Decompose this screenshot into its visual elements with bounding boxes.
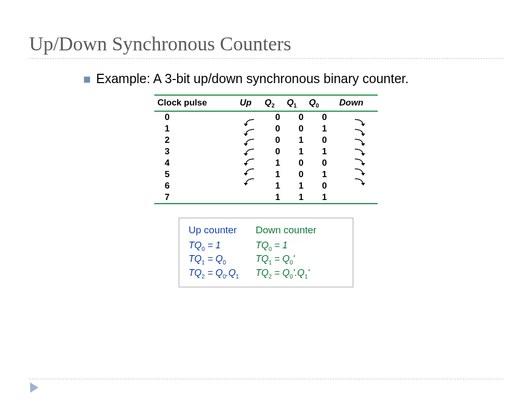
counter-table-grid: Clock pulse Up Q2 Q1 Q0 Down: [154, 96, 378, 111]
slide-title: Up/Down Synchronous Counters: [0, 0, 532, 55]
cell-q2: 1: [266, 169, 289, 180]
down-arrow-icon: [353, 138, 367, 147]
cell-q2: 0: [266, 135, 289, 146]
bullet-marker-icon: ◼: [83, 73, 91, 85]
up-eq-tq2: TQ2 = Q0.Q1: [189, 267, 239, 281]
table-header-row: Clock pulse Up Q2 Q1 Q0 Down: [154, 96, 378, 111]
table-bottom-rule: [154, 203, 378, 204]
header-q1: Q1: [281, 96, 303, 111]
equations-box: Up counter TQ0 = 1 TQ1 = Q0 TQ2 = Q0.Q1 …: [179, 218, 353, 287]
cell-up: [240, 192, 266, 203]
up-arrow-icon: [242, 128, 256, 137]
cell-q0: 1: [313, 192, 336, 203]
header-q2: Q2: [259, 96, 281, 111]
down-arrow-icon: [353, 178, 367, 187]
bullet-text: Example: A 3-bit up/down synchronous bin…: [96, 70, 409, 87]
cell-clockpulse: 2: [154, 135, 240, 146]
table-row: 5101: [154, 169, 378, 180]
down-arrows-column: [353, 118, 367, 187]
cell-q2: 0: [266, 146, 289, 157]
up-eq-tq1: TQ1 = Q0: [189, 252, 239, 267]
down-arrow-icon: [353, 158, 367, 167]
up-arrow-icon: [242, 168, 256, 177]
cell-q2: 0: [266, 123, 289, 135]
counter-table-body: 00001001201030114100510161107111: [154, 112, 378, 203]
up-eq-tq0: TQ0 = 1: [189, 239, 239, 253]
cell-q0: 0: [313, 135, 336, 146]
table-row: 3011: [154, 146, 378, 157]
up-arrows-column: [242, 118, 256, 187]
table-row: 6110: [154, 180, 378, 192]
cell-q0: 0: [313, 157, 336, 169]
table-row: 7111: [154, 192, 378, 203]
slide-marker-icon: [30, 382, 38, 393]
cell-q1: 0: [289, 112, 313, 123]
cell-q1: 1: [289, 180, 313, 192]
slide: Up/Down Synchronous Counters ◼ Example: …: [0, 0, 532, 399]
cell-q0: 0: [313, 112, 336, 123]
cell-clockpulse: 0: [154, 112, 240, 123]
cell-q1: 0: [289, 157, 313, 169]
counter-table: Clock pulse Up Q2 Q1 Q0 Down 00001001201…: [154, 95, 378, 204]
up-arrow-icon: [242, 138, 256, 147]
cell-q1: 1: [289, 192, 313, 203]
cell-q1: 1: [289, 146, 313, 157]
down-arrow-icon: [353, 118, 367, 127]
down-eq-tq0: TQ0 = 1: [256, 239, 316, 253]
down-arrow-icon: [353, 128, 367, 137]
table-row: 0000: [154, 112, 378, 123]
down-eq-tq2: TQ2 = Q0'.Q1': [256, 267, 316, 281]
cell-q0: 1: [313, 146, 336, 157]
header-q0: Q0: [303, 96, 325, 111]
table-row: 2010: [154, 135, 378, 146]
cell-q2: 0: [266, 112, 289, 123]
header-down: Down: [325, 96, 378, 111]
down-arrow-icon: [353, 168, 367, 177]
bullet-item: ◼ Example: A 3-bit up/down synchronous b…: [83, 70, 473, 87]
cell-clockpulse: 3: [154, 146, 240, 157]
down-counter-equations: Down counter TQ0 = 1 TQ1 = Q0' TQ2 = Q0'…: [256, 224, 316, 281]
table-row: 1001: [154, 123, 378, 135]
cell-q0: 1: [313, 169, 336, 180]
up-arrow-icon: [242, 118, 256, 127]
cell-q2: 1: [266, 157, 289, 169]
up-counter-heading: Up counter: [189, 224, 239, 236]
down-arrow-icon: [353, 148, 367, 157]
up-arrow-icon: [242, 178, 256, 187]
down-counter-heading: Down counter: [256, 224, 316, 236]
up-counter-equations: Up counter TQ0 = 1 TQ1 = Q0 TQ2 = Q0.Q1: [189, 224, 239, 281]
cell-q2: 1: [266, 192, 289, 203]
title-divider: [29, 58, 503, 59]
cell-q1: 1: [289, 135, 313, 146]
down-eq-tq1: TQ1 = Q0': [256, 252, 316, 267]
cell-clockpulse: 1: [154, 123, 240, 135]
cell-q2: 1: [266, 180, 289, 192]
up-arrow-icon: [242, 158, 256, 167]
table-row: 4100: [154, 157, 378, 169]
cell-q1: 0: [289, 123, 313, 135]
cell-clockpulse: 5: [154, 169, 240, 180]
header-up: Up: [233, 96, 259, 111]
up-arrow-icon: [242, 148, 256, 157]
cell-q0: 1: [313, 123, 336, 135]
header-clockpulse: Clock pulse: [154, 96, 233, 111]
cell-clockpulse: 7: [154, 192, 240, 203]
footer-divider: [29, 379, 503, 379]
cell-down: [336, 192, 378, 203]
cell-clockpulse: 6: [154, 180, 240, 192]
cell-q1: 0: [289, 169, 313, 180]
cell-clockpulse: 4: [154, 157, 240, 169]
cell-q0: 0: [313, 180, 336, 192]
